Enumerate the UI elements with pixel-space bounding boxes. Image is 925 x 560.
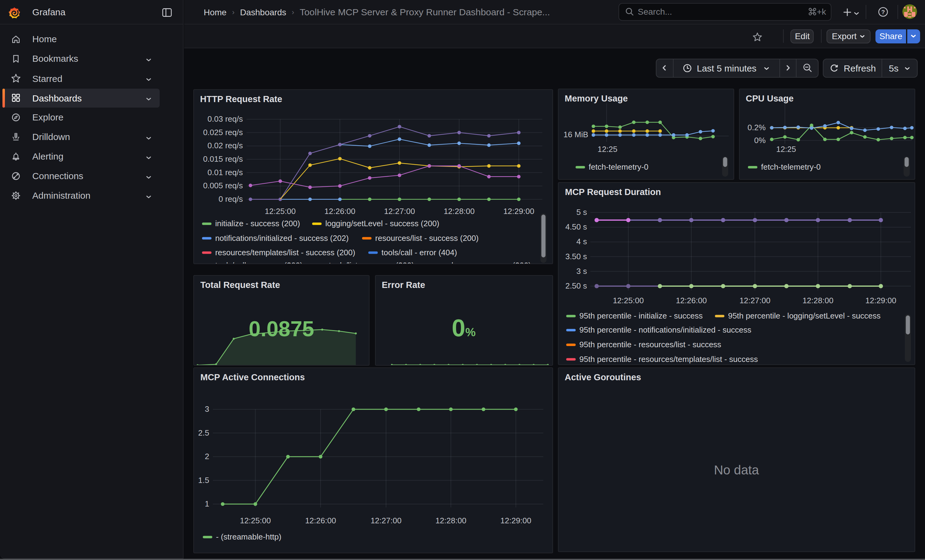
- svg-text:resources/list - success (200): resources/list - success (200): [375, 233, 479, 242]
- svg-text:?: ?: [881, 9, 885, 15]
- svg-text:12:25:00: 12:25:00: [612, 296, 643, 305]
- svg-text:0.2%: 0.2%: [747, 123, 765, 132]
- svg-text:12:28:00: 12:28:00: [435, 516, 466, 525]
- svg-text:3: 3: [205, 404, 209, 413]
- svg-text:95th percentile - logging/setL: 95th percentile - logging/setLevel - suc…: [728, 311, 880, 320]
- svg-text:12:27:00: 12:27:00: [384, 206, 415, 216]
- svg-text:12:26:00: 12:26:00: [675, 296, 706, 305]
- svg-text:logging/setLevel - success (20: logging/setLevel - success (200): [325, 219, 439, 228]
- svg-text:0.005 req/s: 0.005 req/s: [203, 181, 243, 190]
- svg-text:12:29:00: 12:29:00: [500, 516, 531, 525]
- svg-text:12:25:00: 12:25:00: [265, 206, 296, 216]
- svg-text:12:25: 12:25: [597, 144, 617, 153]
- svg-text:95th percentile - notification: 95th percentile - notifications/initiali…: [579, 325, 751, 334]
- svg-text:0.015 req/s: 0.015 req/s: [203, 154, 243, 163]
- svg-text:12:28:00: 12:28:00: [802, 296, 833, 305]
- svg-text:12:26:00: 12:26:00: [325, 206, 356, 216]
- svg-text:12:27:00: 12:27:00: [739, 296, 770, 305]
- svg-text:16 MiB: 16 MiB: [563, 130, 588, 139]
- svg-text:12:26:00: 12:26:00: [305, 516, 336, 525]
- svg-text:unknown - success (200): unknown - success (200): [443, 260, 531, 264]
- svg-text:tools/list - success (200): tools/list - success (200): [329, 260, 414, 264]
- svg-text:12:29:00: 12:29:00: [865, 296, 896, 305]
- svg-text:4 s: 4 s: [576, 237, 587, 246]
- svg-text:0%: 0%: [754, 135, 765, 144]
- svg-text:12:28:00: 12:28:00: [443, 206, 475, 216]
- svg-text:3 s: 3 s: [576, 266, 587, 275]
- svg-text:12:25:00: 12:25:00: [240, 516, 270, 525]
- svg-text:1: 1: [205, 499, 209, 508]
- svg-text:5 s: 5 s: [576, 207, 587, 216]
- svg-text:fetch-telemetry-0: fetch-telemetry-0: [589, 162, 648, 171]
- svg-text:notifications/initialized - su: notifications/initialized - success (202…: [215, 233, 348, 242]
- svg-text:95th percentile - resources/li: 95th percentile - resources/list - succe…: [579, 339, 721, 349]
- svg-text:1.5: 1.5: [198, 475, 209, 485]
- svg-text:95th percentile - resources/te: 95th percentile - resources/templates/li…: [579, 354, 758, 363]
- svg-text:tools/call - error (404): tools/call - error (404): [381, 248, 457, 257]
- svg-text:2.50 s: 2.50 s: [565, 281, 587, 290]
- svg-text:initialize - success (200): initialize - success (200): [215, 219, 300, 228]
- svg-text:2.5: 2.5: [198, 428, 209, 437]
- svg-text:0 req/s: 0 req/s: [219, 194, 243, 203]
- svg-text:- (streamable-http): - (streamable-http): [215, 532, 281, 541]
- svg-text:fetch-telemetry-0: fetch-telemetry-0: [761, 162, 821, 171]
- svg-text:0.01 req/s: 0.01 req/s: [207, 168, 243, 177]
- svg-text:2: 2: [205, 452, 209, 461]
- svg-text:3.50 s: 3.50 s: [565, 252, 587, 261]
- svg-text:12:25: 12:25: [776, 144, 796, 153]
- svg-text:0.02 req/s: 0.02 req/s: [207, 141, 243, 150]
- svg-text:12:29:00: 12:29:00: [503, 206, 534, 216]
- svg-text:4.50 s: 4.50 s: [565, 222, 587, 231]
- svg-text:95th percentile - initialize -: 95th percentile - initialize - success: [579, 311, 702, 320]
- svg-text:tools/call - success (200): tools/call - success (200): [215, 260, 303, 264]
- svg-text:0.025 req/s: 0.025 req/s: [203, 128, 243, 137]
- svg-text:12:27:00: 12:27:00: [370, 516, 401, 525]
- svg-text:0.03 req/s: 0.03 req/s: [207, 114, 243, 123]
- svg-text:resources/templates/list - suc: resources/templates/list - success (200): [215, 248, 355, 257]
